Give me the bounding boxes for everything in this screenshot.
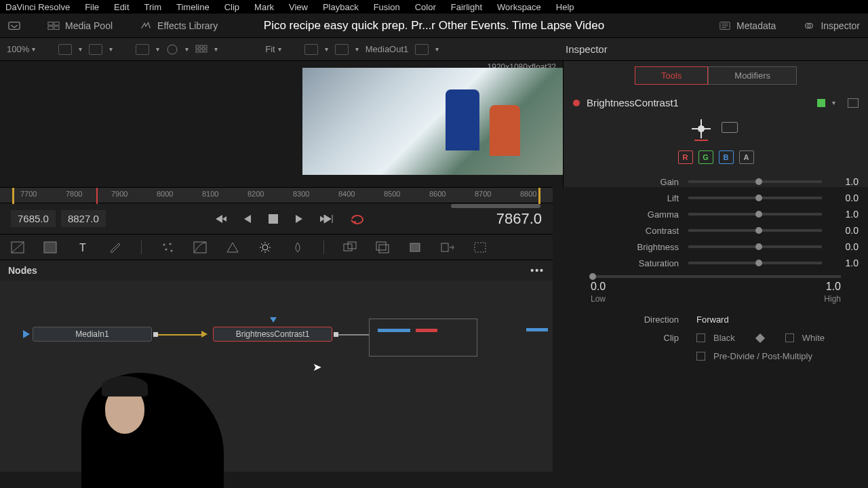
param-row-saturation: Saturation 1.0 [564, 255, 868, 271]
brightness-tab-icon[interactable] [694, 122, 708, 141]
version-icon[interactable] [817, 99, 825, 107]
layout-icon-2[interactable] [89, 44, 102, 55]
channel-b-button[interactable]: B [719, 150, 734, 164]
param-value[interactable]: 1.0 [830, 258, 859, 268]
menu-playback[interactable]: Playback [323, 2, 359, 12]
text-tool-icon[interactable]: T [76, 241, 90, 253]
range-low-value[interactable]: 0.0 [591, 281, 606, 293]
menu-fusion[interactable]: Fusion [374, 2, 400, 12]
tracker-tool-icon[interactable] [161, 241, 174, 253]
range-high-value[interactable]: 1.0 [826, 281, 841, 293]
brightness-tool-icon[interactable] [258, 241, 272, 253]
menu-mark[interactable]: Mark [254, 2, 274, 12]
go-start-button[interactable] [213, 214, 226, 224]
fit-dropdown[interactable]: Fit▾ [265, 44, 281, 54]
version-dropdown[interactable]: ▾ [832, 99, 835, 106]
predivide-checkbox[interactable] [696, 352, 705, 361]
node2-in-arrow[interactable] [201, 331, 208, 338]
node-mediain1-label: MediaIn1 [75, 329, 108, 339]
underlay-group[interactable] [369, 319, 477, 357]
param-slider-brightness[interactable] [688, 245, 822, 248]
view-icon-b[interactable] [335, 44, 349, 55]
param-slider-contrast[interactable] [688, 229, 822, 232]
transform-tool-icon[interactable] [408, 241, 422, 253]
scrollbar-thumb[interactable] [451, 204, 540, 208]
param-slider-lift[interactable] [688, 197, 822, 199]
mattecontrol-tool-icon[interactable] [376, 241, 389, 253]
in-marker[interactable] [12, 188, 14, 204]
current-frame[interactable]: 7867.0 [496, 210, 542, 228]
effects-library-button[interactable]: Effects Library [140, 20, 218, 31]
nodes-menu-icon[interactable]: ••• [530, 265, 545, 276]
menu-timeline[interactable]: Timeline [176, 2, 210, 12]
menu-trim[interactable]: Trim [144, 2, 162, 12]
param-value[interactable]: 0.0 [830, 241, 859, 252]
tab-modifiers[interactable]: Modifiers [708, 66, 797, 85]
param-slider-saturation[interactable] [688, 262, 822, 264]
preview-viewer[interactable] [302, 68, 563, 175]
fastnoise-tool-icon[interactable] [43, 241, 57, 253]
channel-g-button[interactable]: G [698, 150, 713, 164]
grid-icon[interactable] [195, 45, 208, 54]
media-pool-button[interactable]: Media Pool [47, 20, 113, 31]
crop-tool-icon[interactable] [473, 241, 487, 253]
hue-tool-icon[interactable] [226, 241, 239, 253]
blur-tool-icon[interactable] [291, 241, 304, 253]
param-value[interactable]: 0.0 [830, 225, 859, 236]
loop-button[interactable] [350, 213, 365, 225]
menu-workspace[interactable]: Workspace [497, 2, 541, 12]
param-value[interactable]: 0.0 [830, 192, 859, 203]
menu-app[interactable]: DaVinci Resolve [5, 2, 70, 12]
menu-color[interactable]: Color [415, 2, 436, 12]
metadata-button[interactable]: Metadata [719, 20, 776, 31]
pin-icon[interactable] [848, 98, 859, 108]
param-slider-gain[interactable] [688, 180, 822, 183]
enable-toggle-icon[interactable] [573, 100, 580, 106]
out-frame[interactable]: 8827.0 [61, 210, 106, 227]
merge-tool-icon[interactable] [343, 241, 357, 253]
menu-edit[interactable]: Edit [114, 2, 129, 12]
clip-black-checkbox[interactable] [696, 333, 705, 342]
clip-white-checkbox[interactable] [785, 333, 794, 342]
playhead[interactable] [96, 188, 98, 204]
view-icon-a[interactable] [304, 44, 318, 55]
in-frame[interactable]: 7685.0 [11, 210, 56, 227]
direction-value[interactable]: Forward [696, 314, 729, 325]
menu-file[interactable]: File [85, 2, 99, 12]
settings-tab-icon[interactable] [722, 122, 738, 133]
mediaout-dropdown[interactable]: MediaOut1 [366, 44, 409, 54]
clip-diamond-icon[interactable] [755, 333, 765, 342]
param-slider-gamma[interactable] [688, 213, 822, 216]
node2-out-port[interactable] [334, 332, 338, 337]
inspector-button[interactable]: Inspector [803, 20, 860, 31]
menu-fairlight[interactable]: Fairlight [451, 2, 482, 12]
menu-help[interactable]: Help [556, 2, 574, 12]
globe-icon[interactable] [166, 43, 178, 56]
tab-tools[interactable]: Tools [635, 66, 708, 85]
menu-clip[interactable]: Clip [224, 2, 239, 12]
timeline-ruler[interactable]: 7700780079008000810082008300840085008600… [0, 187, 553, 203]
layout-icon-1[interactable] [58, 44, 72, 55]
node-brightnesscontrast1[interactable]: BrightnessContrast1 [213, 327, 332, 342]
paint-tool-icon[interactable] [108, 241, 122, 253]
play-button[interactable] [294, 214, 304, 224]
channel-r-button[interactable]: R [678, 150, 693, 164]
node1-out-port[interactable] [153, 332, 158, 337]
step-back-button[interactable] [243, 214, 252, 224]
colorcurves-tool-icon[interactable] [193, 241, 207, 253]
svg-point-22 [163, 243, 165, 245]
stop-button[interactable] [269, 214, 278, 224]
zoom-dropdown[interactable]: 100%▾ [7, 44, 35, 54]
node-mediain1[interactable]: MediaIn1 [33, 327, 152, 342]
channel-a-button[interactable]: A [739, 150, 754, 164]
out-marker[interactable] [538, 188, 540, 204]
view-icon-c[interactable] [415, 44, 429, 55]
menu-view[interactable]: View [289, 2, 308, 12]
layout-icon-3[interactable] [136, 44, 149, 55]
go-end-button[interactable] [320, 214, 334, 224]
dropdown-icon[interactable] [8, 21, 20, 30]
param-value[interactable]: 1.0 [830, 176, 859, 187]
background-tool-icon[interactable] [11, 241, 24, 253]
resize-tool-icon[interactable] [441, 241, 454, 253]
param-value[interactable]: 1.0 [830, 209, 859, 220]
